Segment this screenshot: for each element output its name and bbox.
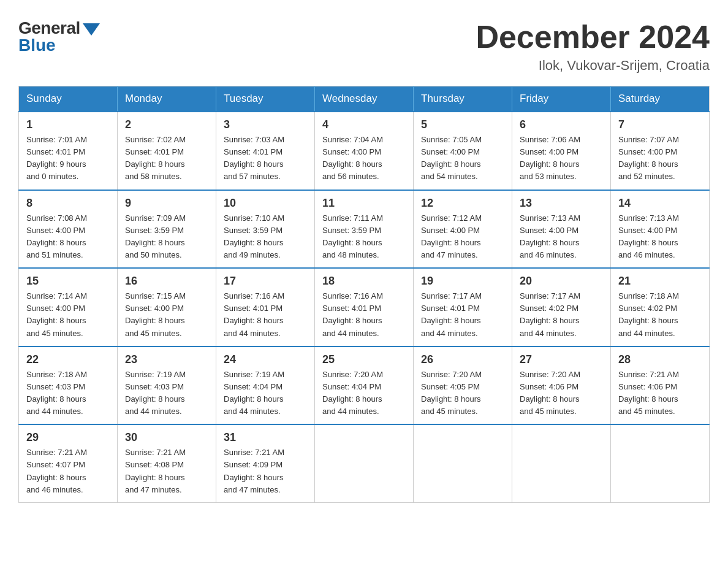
logo-arrow-icon [83, 23, 100, 36]
calendar-header-monday: Monday [118, 86, 216, 112]
day-info: Sunrise: 7:09 AM Sunset: 3:59 PM Dayligh… [125, 212, 208, 262]
calendar-cell: 3Sunrise: 7:03 AM Sunset: 4:01 PM Daylig… [216, 112, 315, 190]
day-number: 20 [520, 275, 603, 288]
day-number: 7 [618, 118, 702, 131]
day-number: 26 [421, 353, 504, 366]
calendar-week-row: 1Sunrise: 7:01 AM Sunset: 4:01 PM Daylig… [19, 112, 710, 190]
day-info: Sunrise: 7:13 AM Sunset: 4:00 PM Dayligh… [618, 212, 702, 262]
day-number: 22 [26, 353, 110, 366]
day-number: 14 [618, 197, 702, 210]
day-number: 6 [520, 118, 603, 131]
day-info: Sunrise: 7:17 AM Sunset: 4:02 PM Dayligh… [520, 290, 603, 340]
day-number: 3 [224, 118, 307, 131]
calendar-cell: 22Sunrise: 7:18 AM Sunset: 4:03 PM Dayli… [19, 347, 118, 425]
calendar-week-row: 22Sunrise: 7:18 AM Sunset: 4:03 PM Dayli… [19, 347, 710, 425]
calendar-header-tuesday: Tuesday [216, 86, 315, 112]
day-number: 25 [322, 353, 406, 366]
calendar-cell: 29Sunrise: 7:21 AM Sunset: 4:07 PM Dayli… [19, 424, 118, 502]
day-info: Sunrise: 7:01 AM Sunset: 4:01 PM Dayligh… [26, 134, 110, 183]
day-info: Sunrise: 7:18 AM Sunset: 4:03 PM Dayligh… [26, 369, 110, 418]
calendar-cell: 14Sunrise: 7:13 AM Sunset: 4:00 PM Dayli… [611, 190, 710, 269]
calendar-cell: 27Sunrise: 7:20 AM Sunset: 4:06 PM Dayli… [512, 347, 611, 425]
calendar-week-row: 8Sunrise: 7:08 AM Sunset: 4:00 PM Daylig… [19, 190, 710, 269]
calendar-cell: 17Sunrise: 7:16 AM Sunset: 4:01 PM Dayli… [216, 268, 315, 347]
day-info: Sunrise: 7:15 AM Sunset: 4:00 PM Dayligh… [125, 290, 208, 340]
calendar-header-thursday: Thursday [414, 86, 512, 112]
calendar-cell: 11Sunrise: 7:11 AM Sunset: 3:59 PM Dayli… [315, 190, 414, 269]
calendar-cell: 24Sunrise: 7:19 AM Sunset: 4:04 PM Dayli… [216, 347, 315, 425]
calendar-cell [611, 424, 710, 502]
calendar-cell: 4Sunrise: 7:04 AM Sunset: 4:00 PM Daylig… [315, 112, 414, 190]
calendar-cell: 6Sunrise: 7:06 AM Sunset: 4:00 PM Daylig… [512, 112, 611, 190]
calendar-cell: 26Sunrise: 7:20 AM Sunset: 4:05 PM Dayli… [414, 347, 512, 425]
calendar-header-sunday: Sunday [19, 86, 118, 112]
day-info: Sunrise: 7:08 AM Sunset: 4:00 PM Dayligh… [26, 212, 110, 262]
day-number: 13 [520, 197, 603, 210]
day-number: 1 [26, 118, 110, 131]
day-info: Sunrise: 7:20 AM Sunset: 4:04 PM Dayligh… [322, 369, 406, 418]
calendar-table: SundayMondayTuesdayWednesdayThursdayFrid… [18, 86, 710, 503]
calendar-cell: 12Sunrise: 7:12 AM Sunset: 4:00 PM Dayli… [414, 190, 512, 269]
day-info: Sunrise: 7:10 AM Sunset: 3:59 PM Dayligh… [224, 212, 307, 262]
day-number: 27 [520, 353, 603, 366]
day-info: Sunrise: 7:19 AM Sunset: 4:03 PM Dayligh… [125, 369, 208, 418]
calendar-cell: 2Sunrise: 7:02 AM Sunset: 4:01 PM Daylig… [118, 112, 216, 190]
calendar-cell: 21Sunrise: 7:18 AM Sunset: 4:02 PM Dayli… [611, 268, 710, 347]
location-text: Ilok, Vukovar-Srijem, Croatia [476, 58, 710, 74]
day-number: 17 [224, 275, 307, 288]
calendar-cell: 31Sunrise: 7:21 AM Sunset: 4:09 PM Dayli… [216, 424, 315, 502]
calendar-cell: 30Sunrise: 7:21 AM Sunset: 4:08 PM Dayli… [118, 424, 216, 502]
day-info: Sunrise: 7:05 AM Sunset: 4:00 PM Dayligh… [421, 134, 504, 183]
calendar-cell: 18Sunrise: 7:16 AM Sunset: 4:01 PM Dayli… [315, 268, 414, 347]
calendar-header-row: SundayMondayTuesdayWednesdayThursdayFrid… [19, 86, 710, 112]
day-info: Sunrise: 7:21 AM Sunset: 4:07 PM Dayligh… [26, 446, 110, 496]
calendar-cell: 28Sunrise: 7:21 AM Sunset: 4:06 PM Dayli… [611, 347, 710, 425]
day-number: 15 [26, 275, 110, 288]
day-info: Sunrise: 7:18 AM Sunset: 4:02 PM Dayligh… [618, 290, 702, 340]
day-number: 5 [421, 118, 504, 131]
title-section: December 2024 Ilok, Vukovar-Srijem, Croa… [476, 18, 710, 74]
calendar-cell [315, 424, 414, 502]
day-number: 12 [421, 197, 504, 210]
day-info: Sunrise: 7:21 AM Sunset: 4:06 PM Dayligh… [618, 369, 702, 418]
calendar-cell: 1Sunrise: 7:01 AM Sunset: 4:01 PM Daylig… [19, 112, 118, 190]
calendar-week-row: 15Sunrise: 7:14 AM Sunset: 4:00 PM Dayli… [19, 268, 710, 347]
day-number: 24 [224, 353, 307, 366]
day-info: Sunrise: 7:20 AM Sunset: 4:05 PM Dayligh… [421, 369, 504, 418]
day-number: 19 [421, 275, 504, 288]
day-number: 28 [618, 353, 702, 366]
day-number: 23 [125, 353, 208, 366]
day-info: Sunrise: 7:19 AM Sunset: 4:04 PM Dayligh… [224, 369, 307, 418]
month-title: December 2024 [476, 18, 710, 55]
day-info: Sunrise: 7:11 AM Sunset: 3:59 PM Dayligh… [322, 212, 406, 262]
day-info: Sunrise: 7:04 AM Sunset: 4:00 PM Dayligh… [322, 134, 406, 183]
day-info: Sunrise: 7:12 AM Sunset: 4:00 PM Dayligh… [421, 212, 504, 262]
calendar-cell: 25Sunrise: 7:20 AM Sunset: 4:04 PM Dayli… [315, 347, 414, 425]
calendar-cell: 15Sunrise: 7:14 AM Sunset: 4:00 PM Dayli… [19, 268, 118, 347]
day-info: Sunrise: 7:02 AM Sunset: 4:01 PM Dayligh… [125, 134, 208, 183]
day-info: Sunrise: 7:07 AM Sunset: 4:00 PM Dayligh… [618, 134, 702, 183]
calendar-cell: 7Sunrise: 7:07 AM Sunset: 4:00 PM Daylig… [611, 112, 710, 190]
calendar-cell: 10Sunrise: 7:10 AM Sunset: 3:59 PM Dayli… [216, 190, 315, 269]
calendar-header-friday: Friday [512, 86, 611, 112]
calendar-cell: 9Sunrise: 7:09 AM Sunset: 3:59 PM Daylig… [118, 190, 216, 269]
day-info: Sunrise: 7:03 AM Sunset: 4:01 PM Dayligh… [224, 134, 307, 183]
day-number: 8 [26, 197, 110, 210]
day-number: 10 [224, 197, 307, 210]
day-number: 16 [125, 275, 208, 288]
day-info: Sunrise: 7:21 AM Sunset: 4:08 PM Dayligh… [125, 446, 208, 496]
calendar-header-wednesday: Wednesday [315, 86, 414, 112]
page-header: General Blue December 2024 Ilok, Vukovar… [18, 18, 710, 74]
day-number: 9 [125, 197, 208, 210]
day-info: Sunrise: 7:16 AM Sunset: 4:01 PM Dayligh… [322, 290, 406, 340]
day-number: 29 [26, 431, 110, 444]
calendar-cell: 16Sunrise: 7:15 AM Sunset: 4:00 PM Dayli… [118, 268, 216, 347]
day-number: 2 [125, 118, 208, 131]
calendar-cell: 8Sunrise: 7:08 AM Sunset: 4:00 PM Daylig… [19, 190, 118, 269]
day-number: 21 [618, 275, 702, 288]
logo: General Blue [18, 18, 100, 55]
day-info: Sunrise: 7:16 AM Sunset: 4:01 PM Dayligh… [224, 290, 307, 340]
calendar-cell: 5Sunrise: 7:05 AM Sunset: 4:00 PM Daylig… [414, 112, 512, 190]
day-info: Sunrise: 7:20 AM Sunset: 4:06 PM Dayligh… [520, 369, 603, 418]
day-info: Sunrise: 7:06 AM Sunset: 4:00 PM Dayligh… [520, 134, 603, 183]
